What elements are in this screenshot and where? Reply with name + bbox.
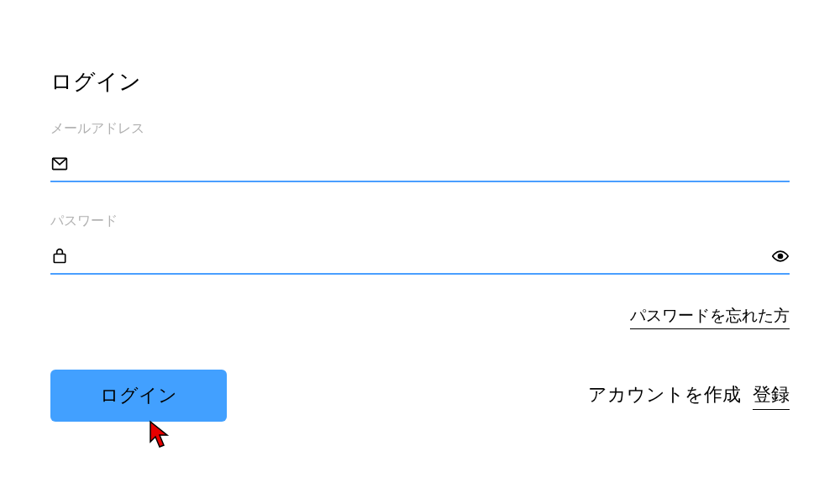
- login-button[interactable]: ログイン: [50, 370, 227, 422]
- mail-icon: [50, 155, 69, 173]
- eye-icon[interactable]: [771, 247, 790, 265]
- password-input-row: [50, 244, 790, 275]
- bottom-action-row: ログイン アカウントを作成 登録: [50, 370, 790, 422]
- password-field-group: パスワード: [50, 213, 790, 275]
- email-input[interactable]: [76, 151, 790, 176]
- page-title: ログイン: [50, 67, 790, 97]
- email-label: メールアドレス: [50, 120, 790, 138]
- create-account-text: アカウントを作成: [588, 382, 741, 407]
- forgot-password-row: パスワードを忘れた方: [50, 305, 790, 329]
- email-field-group: メールアドレス: [50, 120, 790, 182]
- lock-icon: [50, 247, 69, 265]
- forgot-password-link[interactable]: パスワードを忘れた方: [630, 305, 790, 329]
- cursor-pointer-icon: [147, 420, 172, 450]
- password-label: パスワード: [50, 213, 790, 230]
- svg-rect-1: [54, 254, 65, 262]
- email-input-row: [50, 151, 790, 182]
- create-account-group: アカウントを作成 登録: [588, 382, 790, 410]
- register-link[interactable]: 登録: [753, 382, 790, 410]
- svg-point-2: [779, 254, 783, 258]
- password-input[interactable]: [76, 244, 764, 268]
